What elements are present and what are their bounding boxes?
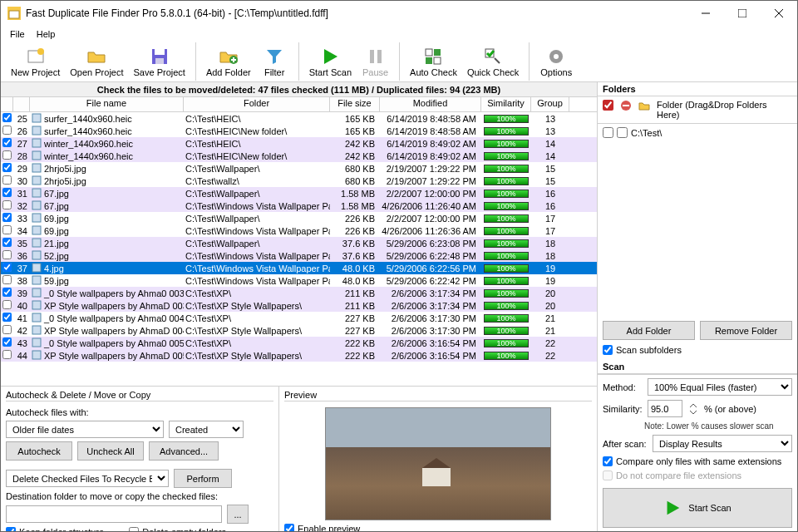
table-row[interactable]: 26surfer_1440x960.heicC:\Test\HEIC\New f… xyxy=(1,125,597,137)
row-checkbox[interactable] xyxy=(1,238,13,249)
table-row[interactable]: 39_0 Style wallpapers by Ahma0 003.jpgC:… xyxy=(1,287,597,299)
col-similarity[interactable]: Similarity xyxy=(481,97,531,111)
preview-panel: Preview Enable preview xyxy=(279,387,597,531)
enable-preview-checkbox[interactable]: Enable preview xyxy=(284,524,592,532)
scan-subfolders-checkbox[interactable]: Scan subfolders xyxy=(598,343,797,360)
col-check[interactable] xyxy=(1,97,13,111)
row-checkbox[interactable] xyxy=(1,163,13,174)
col-name[interactable]: File name xyxy=(30,97,184,111)
col-number[interactable] xyxy=(13,97,30,111)
spinner-icon[interactable] xyxy=(687,401,699,416)
table-row[interactable]: 3267.jpgC:\Test\Windows Vista Wallpaper … xyxy=(1,200,597,212)
table-row[interactable]: 3469.jpgC:\Test\Windows Vista Wallpaper … xyxy=(1,224,597,237)
row-checkbox[interactable] xyxy=(1,350,13,361)
quick-check-button[interactable]: Quick Check xyxy=(462,42,530,81)
table-row[interactable]: 3521.jpgC:\Test\Wallpaper\37.6 KB5/29/20… xyxy=(1,237,597,249)
save-project-button[interactable]: Save Project xyxy=(129,42,196,81)
file-name: 2hrjo5i.jpg xyxy=(42,176,184,186)
table-row[interactable]: 42XP Style wallpapers by AhmaD 004.jpgC:… xyxy=(1,324,597,337)
method-select[interactable]: 100% Equal Files (faster) xyxy=(648,378,792,396)
table-row[interactable]: 3859.jpgC:\Test\Windows Vista Wallpaper … xyxy=(1,274,597,287)
minimize-button[interactable] xyxy=(687,1,724,26)
new-project-button[interactable]: New Project xyxy=(6,42,65,81)
col-folder[interactable]: Folder xyxy=(184,97,330,111)
row-checkbox[interactable] xyxy=(1,275,13,286)
action-select[interactable]: Delete Checked Files To Recycle Bin xyxy=(6,470,169,487)
maximize-button[interactable] xyxy=(724,1,761,26)
check-with-select[interactable]: Older file dates xyxy=(6,421,164,438)
row-checkbox[interactable] xyxy=(1,225,13,236)
perform-button[interactable]: Perform xyxy=(174,469,232,488)
play-icon xyxy=(320,47,340,66)
row-checkbox[interactable] xyxy=(1,113,13,124)
advanced-button[interactable]: Advanced... xyxy=(149,441,219,461)
row-checkbox[interactable] xyxy=(1,263,13,273)
row-checkbox[interactable] xyxy=(1,288,13,298)
row-checkbox[interactable] xyxy=(1,150,13,161)
svg-rect-34 xyxy=(32,276,41,284)
table-row[interactable]: 41_0 Style wallpapers by Ahma0 004.jpgC:… xyxy=(1,312,597,324)
compare-extensions-checkbox[interactable]: Compare only files with same extensions xyxy=(603,456,792,466)
options-button[interactable]: Options xyxy=(534,42,578,81)
folder-exclude-checkbox[interactable] xyxy=(617,127,628,138)
pause-button[interactable]: Pause xyxy=(357,42,400,81)
date-type-select[interactable]: Created xyxy=(169,421,244,438)
table-row[interactable]: 3369.jpgC:\Test\Wallpaper\226 KB2/2/2007… xyxy=(1,212,597,224)
col-modified[interactable]: Modified xyxy=(380,97,481,111)
start-scan-big-button[interactable]: Start Scan xyxy=(603,488,792,528)
table-row[interactable]: 25surfer_1440x960.heicC:\Test\HEIC\165 K… xyxy=(1,112,597,125)
table-row[interactable]: 40XP Style wallpapers by AhmaD 003.jpgC:… xyxy=(1,299,597,312)
similarity-input[interactable] xyxy=(648,400,682,417)
auto-check-button[interactable]: Auto Check xyxy=(405,42,462,81)
autocheck-button[interactable]: Autocheck xyxy=(6,441,72,461)
browse-button[interactable]: ... xyxy=(227,505,249,524)
file-folder: C:\Test\HEIC\New folder\ xyxy=(184,126,330,136)
col-size[interactable]: File size xyxy=(330,97,380,111)
row-checkbox[interactable] xyxy=(1,200,13,211)
row-checkbox[interactable] xyxy=(1,250,13,261)
row-number: 44 xyxy=(13,351,30,361)
row-checkbox[interactable] xyxy=(1,213,13,224)
folders-list[interactable]: C:\Test\ xyxy=(598,124,797,318)
row-checkbox[interactable] xyxy=(1,300,13,311)
filter-button[interactable]: Filter xyxy=(256,42,299,81)
keep-structure-checkbox[interactable]: Keep folder structure xyxy=(6,527,104,532)
table-row[interactable]: 27winter_1440x960.heicC:\Test\HEIC\242 K… xyxy=(1,137,597,150)
row-checkbox[interactable] xyxy=(1,188,13,199)
row-checkbox[interactable] xyxy=(1,175,13,186)
folder-active-header[interactable] xyxy=(603,100,613,111)
table-row[interactable]: 374.jpgC:\Test\Windows Vista Wallpaper P… xyxy=(1,262,597,274)
grid-body[interactable]: 25surfer_1440x960.heicC:\Test\HEIC\165 K… xyxy=(1,112,597,386)
folder-active-checkbox[interactable] xyxy=(603,127,613,138)
menu-help[interactable]: Help xyxy=(31,28,62,40)
table-row[interactable]: 28winter_1440x960.heicC:\Test\HEIC\New f… xyxy=(1,150,597,162)
after-scan-select[interactable]: Display Results xyxy=(653,435,792,452)
table-row[interactable]: 3167.jpgC:\Test\Wallpaper\1.58 MB2/2/200… xyxy=(1,187,597,200)
file-size: 242 KB xyxy=(330,151,380,161)
remove-folder-button[interactable]: Remove Folder xyxy=(700,321,792,340)
col-group[interactable]: Group xyxy=(531,97,569,111)
open-project-button[interactable]: Open Project xyxy=(65,42,128,81)
table-row[interactable]: 44XP Style wallpapers by AhmaD 005.jpgC:… xyxy=(1,349,597,362)
row-checkbox[interactable] xyxy=(1,138,13,149)
uncheck-all-button[interactable]: Uncheck All xyxy=(77,441,144,461)
folder-row[interactable]: C:\Test\ xyxy=(603,126,792,139)
table-row[interactable]: 43_0 Style wallpapers by Ahma0 005.jpgC:… xyxy=(1,337,597,349)
row-checkbox[interactable] xyxy=(1,325,13,336)
add-folder-button[interactable]: Add Folder xyxy=(201,42,256,81)
autocheck-title: Autocheck & Delete / Move or Copy xyxy=(6,389,273,401)
row-checkbox[interactable] xyxy=(1,337,13,348)
file-icon xyxy=(30,163,42,175)
row-checkbox[interactable] xyxy=(1,313,13,323)
row-checkbox[interactable] xyxy=(1,126,13,136)
table-row[interactable]: 3652.jpgC:\Test\Windows Vista Wallpaper … xyxy=(1,249,597,262)
table-row[interactable]: 302hrjo5i.jpgC:\Test\wallz\680 KB2/19/20… xyxy=(1,175,597,187)
file-icon xyxy=(30,213,42,224)
close-button[interactable] xyxy=(761,1,797,26)
delete-empty-checkbox[interactable]: Delete empty folders xyxy=(129,527,226,532)
table-row[interactable]: 292hrjo5i.jpgC:\Test\Wallpaper\680 KB2/1… xyxy=(1,162,597,175)
add-folder-button-side[interactable]: Add Folder xyxy=(603,321,695,340)
start-scan-button[interactable]: Start Scan xyxy=(304,42,357,81)
menu-file[interactable]: File xyxy=(4,28,31,40)
dest-folder-input[interactable] xyxy=(6,505,222,523)
